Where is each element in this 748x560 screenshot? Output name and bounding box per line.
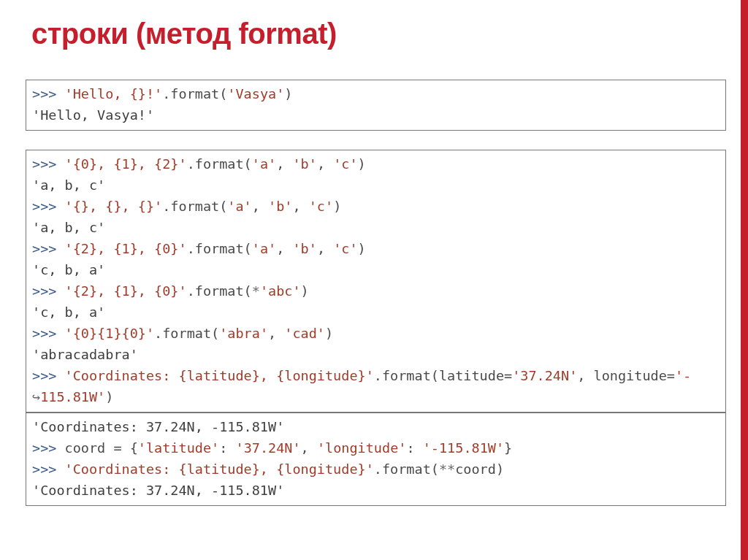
continuation-icon: ↪ bbox=[32, 389, 40, 404]
code-text: .format( bbox=[162, 86, 227, 101]
prompt: >>> bbox=[32, 86, 65, 101]
output-line: 'a, b, c' bbox=[32, 177, 105, 193]
code-text: ) bbox=[358, 156, 366, 172]
code-text: , bbox=[252, 199, 268, 214]
operator: * bbox=[252, 283, 260, 299]
prompt: >>> bbox=[32, 326, 65, 341]
slide-title: строки (метод format) bbox=[31, 18, 726, 50]
string-literal: 'c' bbox=[309, 199, 333, 214]
code-text: , bbox=[292, 199, 308, 214]
code-text: , bbox=[301, 440, 317, 456]
code-text: , bbox=[268, 326, 284, 341]
code-text: , bbox=[276, 156, 292, 172]
string-literal: '{0}, {1}, {2}' bbox=[65, 156, 187, 172]
code-text: .format( bbox=[162, 199, 227, 214]
output-line: 'a, b, c' bbox=[32, 220, 105, 235]
code-block-2: >>> '{0}, {1}, {2}'.format('a', 'b', 'c'… bbox=[26, 150, 726, 413]
code-text: : bbox=[219, 440, 235, 456]
code-text: ) bbox=[325, 326, 333, 341]
code-text: , bbox=[276, 241, 292, 256]
string-literal: 'abc' bbox=[260, 283, 301, 299]
code-text: ) bbox=[301, 283, 309, 299]
string-literal: '-115.81W' bbox=[423, 440, 504, 456]
string-literal: 'b' bbox=[292, 241, 316, 256]
code-text: , bbox=[317, 156, 333, 172]
string-literal: '{2}, {1}, {0}' bbox=[65, 241, 187, 256]
string-literal: 'b' bbox=[292, 156, 316, 172]
output-line: 'c, b, a' bbox=[32, 262, 105, 277]
prompt: >>> bbox=[32, 156, 65, 172]
string-literal: 'b' bbox=[268, 199, 292, 214]
side-accent bbox=[741, 0, 748, 560]
string-literal: 'latitude' bbox=[138, 440, 219, 456]
string-literal: '- bbox=[675, 368, 691, 383]
identifier: coord bbox=[455, 461, 496, 477]
string-literal: 'a' bbox=[227, 199, 251, 214]
prompt: >>> bbox=[32, 241, 65, 256]
output-line: 'Coordinates: 37.24N, -115.81W' bbox=[32, 483, 284, 498]
string-literal: 'Vasya' bbox=[227, 86, 284, 101]
prompt: >>> bbox=[32, 440, 65, 456]
prompt: >>> bbox=[32, 368, 65, 383]
string-literal: 'cad' bbox=[284, 326, 325, 341]
code-text: ) bbox=[333, 199, 341, 214]
string-literal: 'c' bbox=[333, 156, 357, 172]
string-literal: 'Hello, {}!' bbox=[65, 86, 163, 101]
code-text: .format( bbox=[187, 283, 252, 299]
code-text: ) bbox=[496, 461, 504, 477]
identifier: coord bbox=[65, 440, 106, 456]
string-literal: 'a' bbox=[252, 241, 276, 256]
code-text: .format( bbox=[374, 461, 439, 477]
code-block-1: >>> 'Hello, {}!'.format('Vasya') 'Hello,… bbox=[26, 80, 726, 131]
code-text: .format( bbox=[187, 241, 252, 256]
string-literal: '37.24N' bbox=[236, 440, 301, 456]
string-literal: 'abra' bbox=[219, 326, 268, 341]
string-literal: 'Coordinates: {latitude}, {longitude}' bbox=[65, 368, 374, 383]
code-text: ) bbox=[284, 86, 292, 101]
code-text: } bbox=[504, 440, 512, 456]
string-literal: 'longitude' bbox=[317, 440, 407, 456]
code-text: .format(latitude= bbox=[374, 368, 512, 383]
code-text: ) bbox=[358, 241, 366, 256]
string-literal: '{2}, {1}, {0}' bbox=[65, 283, 187, 299]
code-text: ) bbox=[105, 389, 113, 404]
string-literal: 115.81W' bbox=[40, 389, 105, 404]
string-literal: 'c' bbox=[333, 241, 357, 256]
output-line: 'abracadabra' bbox=[32, 347, 138, 362]
string-literal: 'Coordinates: {latitude}, {longitude}' bbox=[65, 461, 374, 477]
code-block-3: 'Coordinates: 37.24N, -115.81W' >>> coor… bbox=[26, 413, 726, 506]
output-line: 'Coordinates: 37.24N, -115.81W' bbox=[32, 419, 284, 434]
string-literal: 'a' bbox=[252, 156, 276, 172]
prompt: >>> bbox=[32, 461, 65, 477]
code-text: .format( bbox=[187, 156, 252, 172]
prompt: >>> bbox=[32, 199, 65, 214]
prompt: >>> bbox=[32, 283, 65, 299]
string-literal: '{0}{1}{0}' bbox=[65, 326, 155, 341]
code-text: .format( bbox=[154, 326, 219, 341]
code-text: = { bbox=[105, 440, 138, 456]
operator: ** bbox=[439, 461, 455, 477]
code-text: , bbox=[317, 241, 333, 256]
code-text: , longitude= bbox=[577, 368, 675, 383]
code-text: : bbox=[406, 440, 422, 456]
output-line: 'Hello, Vasya!' bbox=[32, 107, 154, 123]
output-line: 'c, b, a' bbox=[32, 304, 105, 320]
string-literal: '37.24N' bbox=[512, 368, 577, 383]
string-literal: '{}, {}, {}' bbox=[65, 199, 163, 214]
